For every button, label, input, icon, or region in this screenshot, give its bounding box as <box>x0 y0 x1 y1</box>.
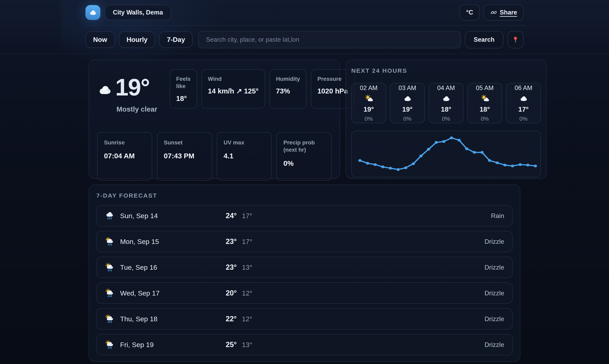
forecast-high: 22° <box>226 315 237 323</box>
chip-value: 4.1 <box>224 152 265 160</box>
forecast-high: 25° <box>226 340 237 349</box>
chip-label: Pressure <box>318 75 348 83</box>
forecast-high: 23° <box>226 263 237 272</box>
forecast-date: Fri, Sep 19 <box>120 341 154 349</box>
hour-temp: 17° <box>518 105 529 113</box>
hour-precip: 0% <box>403 116 411 122</box>
next-24-hours-title: NEXT 24 HOURS <box>351 67 541 74</box>
sunrise-chip: Sunrise 07:04 AM <box>97 132 152 181</box>
forecast-condition: Drizzle <box>484 315 504 323</box>
forecast-high: 24° <box>226 211 237 220</box>
chip-value: 07:04 AM <box>104 152 145 160</box>
sun-rain-cloud-icon <box>105 237 115 246</box>
sun-rain-cloud-icon <box>105 340 115 350</box>
chip-value: 18° <box>176 94 191 103</box>
forecast-low: 13° <box>242 263 252 271</box>
pushpin-icon <box>512 36 519 43</box>
chip-value: 1020 hPa <box>318 87 348 95</box>
hour-temp: 19° <box>402 105 412 113</box>
hour-card: 03 AM 19° 0% <box>390 83 425 123</box>
current-conditions-card: 19° Mostly clear Feels like 18° Wind 14 … <box>89 60 340 179</box>
link-icon <box>490 9 497 16</box>
forecast-low: 12° <box>242 315 252 323</box>
tab-hourly[interactable]: Hourly <box>119 31 155 48</box>
forecast-row: Wed, Sep 17 20° 12° Drizzle <box>96 282 513 304</box>
forecast-date: Mon, Sep 15 <box>120 238 159 246</box>
chip-label: UV max <box>224 139 265 146</box>
location-pill[interactable]: City Walls, Dema <box>105 5 171 20</box>
chip-label: Wind <box>208 75 259 83</box>
forecast-low: 13° <box>242 341 252 349</box>
forecast-condition: Drizzle <box>484 341 504 349</box>
header: City Walls, Dema °C Share Now Hourly 7-D… <box>0 0 609 54</box>
topbar: City Walls, Dema °C Share <box>83 0 526 26</box>
chip-value: 0% <box>283 159 325 167</box>
next-24-hours-panel: NEXT 24 HOURS 02 AM 19° 0% 03 AM 19° 0% … <box>346 60 546 179</box>
unit-toggle-button[interactable]: °C <box>460 4 480 21</box>
temperature-chart <box>352 131 541 177</box>
chip-value: 14 km/h ↗ 125° <box>208 87 259 95</box>
cloud-icon <box>89 8 97 17</box>
tab-now[interactable]: Now <box>85 31 115 48</box>
share-label: Share <box>500 9 517 16</box>
current-temperature: 19° <box>115 75 149 99</box>
forecast-condition: Drizzle <box>484 289 504 297</box>
hour-time: 06 AM <box>515 84 532 92</box>
seven-day-forecast-card: 7-DAY FORECAST Sun, Sep 14 24° 17° Rain … <box>89 184 520 362</box>
forecast-row: Mon, Sep 15 23° 17° Drizzle <box>96 231 513 252</box>
forecast-row: Thu, Sep 18 22° 12° Drizzle <box>96 308 513 330</box>
precip-prob-chip: Precip prob (next hr) 0% <box>277 132 331 181</box>
forecast-high: 23° <box>226 237 237 246</box>
wind-chip: Wind 14 km/h ↗ 125° <box>201 69 265 109</box>
hour-time: 03 AM <box>399 84 416 92</box>
sunset-chip: Sunset 07:43 PM <box>157 132 212 181</box>
cloud-icon <box>442 94 450 103</box>
chip-label: Sunrise <box>104 139 145 146</box>
forecast-low: 17° <box>242 212 252 220</box>
forecast-condition: Drizzle <box>484 264 504 271</box>
forecast-low: 12° <box>242 289 252 297</box>
hour-time: 05 AM <box>476 84 494 92</box>
chip-value: 07:43 PM <box>164 152 205 160</box>
cloud-icon <box>403 94 412 103</box>
forecast-condition: Drizzle <box>484 238 504 245</box>
hour-temp: 18° <box>480 105 490 113</box>
hour-card: 05 AM 18° 0% <box>467 83 502 123</box>
location-label: City Walls, Dema <box>113 9 163 16</box>
hour-card: 02 AM 19° 0% <box>351 83 386 123</box>
cloud-icon <box>97 82 112 97</box>
sun-rain-cloud-icon <box>105 262 115 272</box>
chip-label: Sunset <box>164 139 205 146</box>
hour-precip: 0% <box>519 116 527 122</box>
hourly-strip[interactable]: 02 AM 19° 0% 03 AM 19° 0% 04 AM 18° 0% <box>351 83 541 124</box>
current-condition: Mostly clear <box>117 105 162 113</box>
seven-day-forecast-title: 7-DAY FORECAST <box>96 192 513 199</box>
search-button[interactable]: Search <box>465 31 503 48</box>
feels-like-chip: Feels like 18° <box>170 69 197 109</box>
forecast-row: Tue, Sep 16 23° 13° Drizzle <box>96 257 513 278</box>
hour-precip: 0% <box>442 116 450 122</box>
forecast-date: Thu, Sep 18 <box>120 315 157 323</box>
hour-card: 04 AM 18° 0% <box>429 83 463 123</box>
tab-7day[interactable]: 7-Day <box>159 31 193 48</box>
hour-temp: 19° <box>364 105 374 113</box>
forecast-row: Sun, Sep 14 24° 17° Rain <box>96 205 513 226</box>
temperature-chart-card <box>351 130 541 177</box>
share-button[interactable]: Share <box>484 4 524 21</box>
chip-label: Feels like <box>176 75 191 90</box>
forecast-low: 17° <box>242 238 252 246</box>
forecast-high: 20° <box>226 289 237 297</box>
forecast-date: Tue, Sep 16 <box>120 263 157 271</box>
hour-temp: 18° <box>441 105 451 113</box>
hour-time: 02 AM <box>360 84 378 92</box>
sun-rain-cloud-icon <box>105 288 115 298</box>
humidity-chip: Humidity 73% <box>269 69 306 109</box>
hour-precip: 0% <box>481 116 489 122</box>
chip-label: Humidity <box>276 75 300 83</box>
uv-max-chip: UV max 4.1 <box>217 132 272 181</box>
forecast-date: Sun, Sep 14 <box>120 212 158 220</box>
search-input[interactable] <box>198 31 461 48</box>
forecast-row: Fri, Sep 19 25° 13° Drizzle <box>96 334 513 355</box>
hour-time: 04 AM <box>437 84 455 92</box>
locate-pin-button[interactable] <box>507 31 524 48</box>
